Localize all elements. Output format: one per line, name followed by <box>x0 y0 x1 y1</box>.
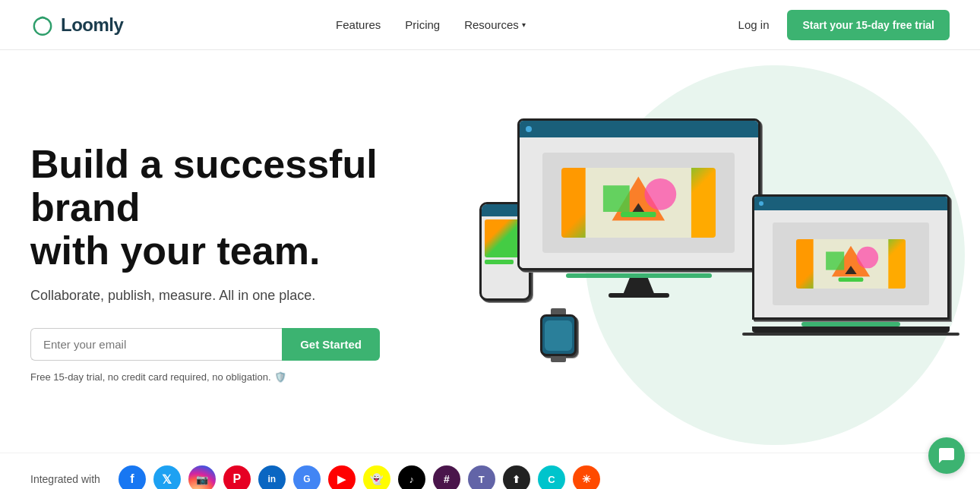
svg-point-10 <box>857 246 879 268</box>
laptop-artwork <box>796 239 906 289</box>
svg-rect-9 <box>826 251 844 270</box>
watch-band-bottom <box>551 356 566 362</box>
svg-rect-12 <box>839 277 864 281</box>
monitor-inner <box>542 153 735 254</box>
shield-icon: 🛡️ <box>274 371 286 383</box>
desktop-monitor <box>517 118 760 298</box>
nav-links: Features Pricing Resources ▾ <box>336 18 526 31</box>
trial-note-text: Free 15-day trial, no credit card requir… <box>30 371 271 383</box>
laptop-device <box>752 194 950 336</box>
login-button[interactable]: Log in <box>738 18 770 31</box>
hero-headline-line2: with your team. <box>30 229 320 273</box>
tiktok-icon[interactable]: ♪ <box>398 465 425 489</box>
laptop-bottom <box>742 333 959 336</box>
chat-icon <box>937 446 956 465</box>
svg-rect-6 <box>621 212 656 217</box>
instagram-icon[interactable]: 📷 <box>188 465 216 489</box>
hero-headline: Build a successful brand with your team. <box>30 143 425 273</box>
laptop-artwork-svg <box>796 239 906 289</box>
youtube-icon[interactable]: ▶ <box>328 465 356 489</box>
svg-rect-3 <box>603 185 630 212</box>
integrated-with-label: Integrated with <box>30 473 100 485</box>
hero-headline-line1: Build a successful brand <box>30 142 378 229</box>
pinterest-icon[interactable]: P <box>223 465 251 489</box>
watch-face <box>545 320 572 351</box>
nav-right: Log in Start your 15-day free trial <box>738 10 950 40</box>
nav-resources-label: Resources <box>464 18 519 31</box>
nav-features[interactable]: Features <box>336 18 381 31</box>
email-form: Get Started <box>30 328 380 361</box>
linkedin-icon[interactable]: in <box>258 465 286 489</box>
brand-name: Loomly <box>61 14 123 36</box>
logo[interactable]: Loomly <box>30 13 123 37</box>
monitor-stand <box>624 278 654 293</box>
teams-icon[interactable]: T <box>468 465 495 489</box>
buffer-icon[interactable]: ⬆ <box>503 465 530 489</box>
extra-icon[interactable]: ✳ <box>573 465 600 489</box>
svg-point-4 <box>645 178 677 210</box>
google-icon[interactable]: G <box>293 465 321 489</box>
nav-pricing[interactable]: Pricing <box>405 18 440 31</box>
get-started-button[interactable]: Get Started <box>282 328 380 361</box>
laptop-content <box>754 210 947 317</box>
nav-resources[interactable]: Resources ▾ <box>464 18 526 31</box>
start-trial-button[interactable]: Start your 15-day free trial <box>787 10 950 40</box>
facebook-icon[interactable]: f <box>119 465 146 489</box>
laptop-topbar <box>754 197 947 210</box>
devices-container <box>472 103 950 430</box>
hero-illustration <box>472 96 950 430</box>
hero-subheadline: Collaborate, publish, measure. All in on… <box>30 288 425 304</box>
laptop-dot <box>759 201 763 206</box>
svg-point-0 <box>34 17 51 34</box>
twitter-icon[interactable]: 𝕏 <box>153 465 181 489</box>
watch-body <box>540 314 577 356</box>
canva-icon[interactable]: C <box>538 465 565 489</box>
slack-icon[interactable]: # <box>433 465 460 489</box>
hero-section: Build a successful brand with your team.… <box>0 50 980 445</box>
monitor-topbar <box>520 121 758 137</box>
monitor-content <box>520 137 758 268</box>
integrations-bar: Integrated with f 𝕏 📷 P in G ▶ 👻 ♪ # T ⬆… <box>0 453 980 489</box>
monitor-artwork <box>561 168 716 238</box>
hero-left: Build a successful brand with your team.… <box>30 143 425 383</box>
monitor-green-bar <box>566 273 712 278</box>
watch-band-top <box>551 308 566 314</box>
monitor-dot <box>526 126 532 132</box>
email-input[interactable] <box>30 328 282 361</box>
artwork-svg <box>561 168 716 238</box>
monitor-base <box>609 293 669 298</box>
chevron-down-icon: ▾ <box>522 21 526 29</box>
laptop-base <box>752 327 950 333</box>
laptop-inner <box>773 222 929 306</box>
chat-support-button[interactable] <box>928 437 965 474</box>
navbar: Loomly Features Pricing Resources ▾ Log … <box>0 0 980 50</box>
social-icons: f 𝕏 📷 P in G ▶ 👻 ♪ # T ⬆ C ✳ <box>119 465 600 489</box>
phone-bar <box>485 260 514 264</box>
watch-device <box>540 308 577 362</box>
snapchat-icon[interactable]: 👻 <box>363 465 390 489</box>
loomly-logo-icon <box>30 13 55 37</box>
trial-note: Free 15-day trial, no credit card requir… <box>30 371 425 383</box>
